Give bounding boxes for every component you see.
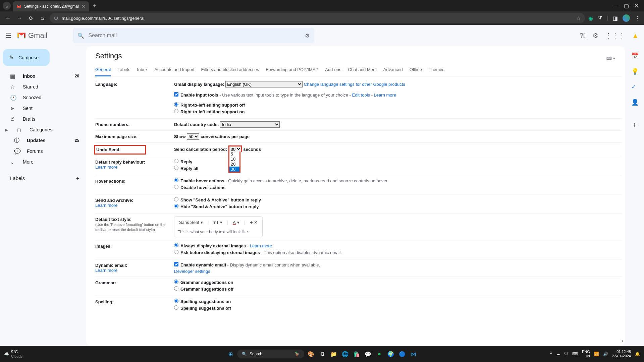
site-info-icon[interactable]: ⚙ bbox=[54, 15, 58, 21]
search-input[interactable] bbox=[88, 33, 301, 39]
tab-close-icon[interactable]: ✕ bbox=[82, 4, 86, 9]
spotify-icon[interactable]: ● bbox=[375, 349, 384, 359]
tray-chevron-icon[interactable]: ^ bbox=[550, 352, 552, 356]
tab-themes[interactable]: Themes bbox=[429, 65, 444, 76]
archive-show-radio[interactable] bbox=[174, 197, 178, 201]
vscode-icon[interactable]: ⋈ bbox=[409, 349, 418, 359]
wifi-icon[interactable]: 📶 bbox=[594, 352, 599, 356]
spelling-off-radio[interactable] bbox=[174, 305, 178, 310]
tab-offline[interactable]: Offline bbox=[410, 65, 422, 76]
keyboard-icon[interactable]: ⌨ bbox=[572, 352, 578, 356]
undo-send-select[interactable]: 30 bbox=[228, 145, 242, 152]
grammarly-ext-icon[interactable]: ◉ bbox=[588, 15, 593, 21]
store-icon[interactable]: 🛍️ bbox=[352, 349, 361, 359]
support-icon[interactable]: ?⃝ bbox=[580, 32, 586, 40]
search-box[interactable]: 🔍 ⚙ bbox=[73, 28, 314, 43]
tab-addons[interactable]: Add-ons bbox=[325, 65, 341, 76]
archive-learn-link[interactable]: Learn more bbox=[95, 203, 117, 208]
spelling-on-radio[interactable] bbox=[174, 299, 178, 303]
forward-button[interactable]: → bbox=[15, 15, 23, 21]
reply-all-radio[interactable] bbox=[174, 166, 178, 170]
maximize-button[interactable]: ▢ bbox=[624, 3, 629, 9]
add-addon-button[interactable]: + bbox=[633, 121, 637, 129]
gmail-logo[interactable]: Gmail bbox=[17, 31, 47, 40]
change-language-link[interactable]: Change language settings for other Googl… bbox=[304, 82, 405, 87]
onedrive-icon[interactable]: ☁ bbox=[556, 352, 560, 356]
country-code-select[interactable]: India bbox=[220, 121, 280, 128]
address-bar[interactable]: ⚙ mail.google.com/mail/u/0/#settings/gen… bbox=[50, 13, 585, 23]
images-learn-link[interactable]: Learn more bbox=[250, 243, 272, 248]
back-button[interactable]: ← bbox=[4, 15, 12, 21]
browser-tab[interactable]: Settings - asciione9520@gmai ✕ bbox=[13, 1, 89, 11]
tab-forwarding[interactable]: Forwarding and POP/IMAP bbox=[266, 65, 318, 76]
reply-radio[interactable] bbox=[174, 159, 178, 163]
tab-chat[interactable]: Chat and Meet bbox=[348, 65, 377, 76]
dynamic-enable-checkbox[interactable] bbox=[174, 262, 178, 266]
learn-more-link[interactable]: Learn more bbox=[374, 93, 396, 98]
side-panel-hide-icon[interactable]: › bbox=[622, 338, 623, 344]
sidebar-starred[interactable]: ☆Starred bbox=[3, 81, 83, 92]
reply-learn-link[interactable]: Learn more bbox=[95, 165, 117, 170]
security-icon[interactable]: 🛡 bbox=[564, 352, 568, 356]
search-options-icon[interactable]: ⚙ bbox=[305, 33, 310, 39]
undo-option-20[interactable]: 20 bbox=[229, 162, 239, 167]
remove-formatting-button[interactable]: T✕ bbox=[249, 219, 259, 226]
tab-filters[interactable]: Filters and blocked addresses bbox=[201, 65, 259, 76]
edit-tools-link[interactable]: Edit tools bbox=[352, 93, 370, 98]
account-icon[interactable]: ▲ bbox=[632, 32, 639, 40]
undo-option-30[interactable]: 30 bbox=[229, 167, 239, 172]
add-label-button[interactable]: + bbox=[76, 175, 79, 181]
undo-option-10[interactable]: 10 bbox=[229, 157, 239, 162]
chrome-menu-icon[interactable]: ⋮ bbox=[635, 15, 640, 21]
close-window-button[interactable]: ✕ bbox=[634, 3, 639, 9]
settings-gear-icon[interactable]: ⚙ bbox=[592, 32, 598, 40]
dynamic-learn-link[interactable]: Learn more bbox=[95, 268, 117, 273]
explorer-icon[interactable]: 📁 bbox=[329, 349, 338, 359]
clock[interactable]: 01:12:4822-01-2024 bbox=[612, 350, 631, 358]
images-always-radio[interactable] bbox=[174, 243, 178, 247]
sidebar-sent[interactable]: ➤Sent bbox=[3, 103, 83, 114]
task-view-icon[interactable]: ⧉ bbox=[318, 349, 327, 359]
profile-avatar[interactable] bbox=[623, 14, 630, 22]
whatsapp-icon[interactable]: 💬 bbox=[363, 349, 373, 359]
contacts-icon[interactable]: 👤 bbox=[631, 99, 638, 105]
copilot-icon[interactable]: 🎨 bbox=[306, 349, 316, 359]
main-menu-icon[interactable]: ☰ bbox=[5, 32, 11, 40]
extensions-icon[interactable]: ⧩ bbox=[598, 15, 602, 21]
app-icon[interactable]: 🌍 bbox=[386, 349, 395, 359]
volume-icon[interactable]: 🔊 bbox=[603, 352, 608, 356]
sidebar-drafts[interactable]: 🗎Drafts bbox=[3, 114, 83, 124]
archive-hide-radio[interactable] bbox=[174, 204, 178, 208]
google-apps-icon[interactable]: ⋮⋮⋮ bbox=[605, 32, 625, 40]
language-select[interactable]: English (UK) bbox=[225, 81, 303, 87]
bookmark-icon[interactable]: ☆ bbox=[576, 15, 581, 21]
chrome-icon[interactable]: 🔵 bbox=[397, 349, 407, 359]
rtl-on-radio[interactable] bbox=[174, 109, 178, 113]
sidebar-forums[interactable]: 💬Forums bbox=[3, 146, 83, 157]
sidebar-categories[interactable]: ▸◻Categories bbox=[3, 124, 83, 135]
new-tab-button[interactable]: + bbox=[93, 3, 96, 9]
enable-input-tools-checkbox[interactable] bbox=[174, 92, 178, 97]
calendar-icon[interactable]: 📅 bbox=[631, 52, 638, 59]
hover-enable-radio[interactable] bbox=[174, 178, 178, 182]
undo-option-5[interactable]: 5 bbox=[229, 152, 239, 157]
search-icon[interactable]: 🔍 bbox=[77, 33, 84, 39]
grammar-on-radio[interactable] bbox=[174, 280, 178, 284]
taskbar-search[interactable]: 🔍Search🦆 bbox=[237, 350, 304, 358]
keep-icon[interactable]: 💡 bbox=[631, 68, 638, 74]
language-indicator[interactable]: ENGIN bbox=[582, 350, 590, 358]
start-button[interactable]: ⊞ bbox=[226, 349, 235, 359]
sidebar-more[interactable]: ⌄More bbox=[3, 157, 83, 167]
side-panel-icon[interactable]: ◨ bbox=[613, 15, 618, 21]
sidebar-snoozed[interactable]: 🕐Snoozed bbox=[3, 92, 83, 103]
images-ask-radio[interactable] bbox=[174, 250, 178, 254]
tab-advanced[interactable]: Advanced bbox=[383, 65, 403, 76]
sidebar-inbox[interactable]: ▣Inbox26 bbox=[3, 71, 83, 81]
input-tools-toggle[interactable]: ⌨▾ bbox=[606, 56, 615, 61]
font-select[interactable]: Sans Serif ▾ bbox=[178, 219, 204, 226]
tab-general[interactable]: General bbox=[95, 65, 111, 76]
font-color-button[interactable]: A ▾ bbox=[231, 219, 241, 226]
weather-widget[interactable]: ☁️ 9°CCloudy bbox=[4, 350, 22, 358]
hover-disable-radio[interactable] bbox=[174, 185, 178, 189]
tab-accounts[interactable]: Accounts and Import bbox=[154, 65, 194, 76]
